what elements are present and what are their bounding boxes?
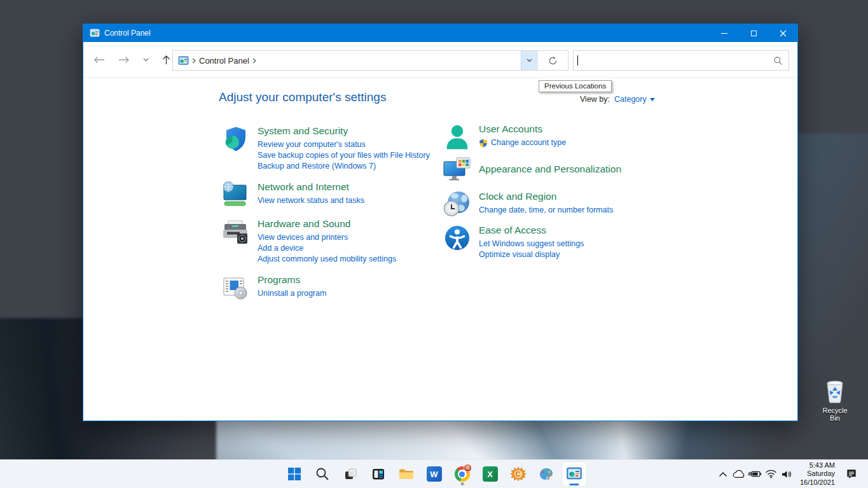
close-icon	[780, 30, 787, 37]
taskbar-search-button[interactable]	[310, 461, 335, 487]
search-box[interactable]	[573, 50, 789, 71]
search-icon[interactable]	[773, 56, 783, 66]
chevron-right-icon	[192, 58, 196, 64]
user-accounts-icon[interactable]	[443, 123, 471, 151]
search-icon	[315, 466, 330, 482]
task-link[interactable]: Let Windows suggest settings	[479, 239, 584, 249]
clock-day: Saturday	[800, 470, 835, 478]
titlebar[interactable]: Control Panel	[83, 24, 797, 42]
wifi-tray-button[interactable]	[763, 464, 779, 484]
task-link[interactable]: Adjust commonly used mobility settings	[258, 254, 396, 265]
recycle-bin-label: Recycle Bin	[816, 407, 853, 422]
category-network-and-internet: Network and Internet View network status…	[222, 181, 438, 209]
speaker-icon	[781, 470, 792, 479]
category-title-link[interactable]: Hardware and Sound	[258, 218, 351, 230]
task-link[interactable]: View devices and printers	[258, 232, 396, 243]
close-button[interactable]	[768, 24, 797, 42]
back-button[interactable]	[93, 56, 105, 64]
uac-shield-icon	[479, 139, 488, 148]
task-link[interactable]: Add a device	[258, 243, 396, 254]
category-title-link[interactable]: User Accounts	[479, 123, 542, 135]
category-ease-of-access: Ease of Access Let Windows suggest setti…	[443, 224, 723, 260]
windows-logo-icon	[287, 466, 302, 482]
previous-locations-dropdown[interactable]	[521, 51, 537, 70]
paint-icon	[539, 466, 554, 482]
xnview-button[interactable]: C	[506, 461, 531, 487]
category-title-link[interactable]: Clock and Region	[479, 191, 556, 202]
category-clock-and-region: Clock and Region Change date, time, or n…	[443, 190, 723, 218]
category-title-link[interactable]: Programs	[258, 274, 300, 286]
category-title-link[interactable]: Network and Internet	[258, 181, 349, 193]
up-button[interactable]	[162, 55, 170, 65]
control-panel-taskbar-button[interactable]	[561, 461, 587, 487]
category-title-link[interactable]: Appearance and Personalization	[479, 164, 621, 175]
task-link[interactable]: View network status and tasks	[258, 195, 364, 206]
task-link[interactable]: Change account type	[491, 137, 566, 148]
cloud-icon	[733, 470, 745, 478]
minimize-button[interactable]	[710, 24, 739, 42]
task-link[interactable]: Backup and Restore (Windows 7)	[258, 161, 430, 172]
category-system-and-security: System and Security Review your computer…	[222, 125, 438, 172]
widgets-button[interactable]	[366, 461, 391, 487]
file-explorer-button[interactable]	[394, 461, 419, 487]
task-link[interactable]: Review your computer's status	[258, 139, 430, 150]
task-link[interactable]: Save backup copies of your files with Fi…	[258, 150, 430, 161]
programs-icon[interactable]	[222, 274, 250, 302]
page-title: Adjust your computer's settings	[219, 90, 386, 104]
refresh-icon	[548, 56, 558, 66]
chrome-button[interactable]	[450, 461, 475, 487]
word-icon: W	[427, 466, 442, 482]
battery-charging-icon	[748, 470, 762, 478]
xnview-icon: C	[511, 466, 526, 482]
ease-of-access-icon[interactable]	[443, 224, 471, 252]
recycle-bin[interactable]: Recycle Bin	[816, 378, 853, 422]
battery-tray-button[interactable]	[747, 464, 763, 484]
chevron-down-icon	[527, 59, 532, 62]
categories-left-column: System and Security Review your computer…	[222, 125, 438, 310]
notification-center-button[interactable]	[841, 464, 862, 484]
maximize-button[interactable]	[739, 24, 768, 42]
taskbar-clock[interactable]: 5:43 AM Saturday 16/10/2021	[800, 461, 835, 487]
excel-button[interactable]: X	[478, 461, 503, 487]
back-arrow-icon	[93, 56, 105, 64]
minimize-icon	[721, 33, 727, 34]
previous-locations-tooltip: Previous Locations	[539, 80, 612, 92]
address-bar[interactable]: Control Panel	[172, 50, 568, 71]
forward-button[interactable]	[118, 56, 130, 64]
file-explorer-icon	[398, 466, 415, 482]
task-link[interactable]: Uninstall a program	[258, 288, 326, 299]
chevron-right-icon[interactable]	[252, 58, 256, 64]
widgets-icon	[371, 466, 386, 482]
excel-icon: X	[483, 466, 498, 482]
category-title-link[interactable]: System and Security	[258, 125, 348, 137]
excel-letter: X	[487, 470, 493, 479]
search-input[interactable]	[578, 51, 773, 70]
hardware-sound-icon[interactable]	[222, 218, 250, 246]
task-view-button[interactable]	[338, 461, 363, 487]
start-button[interactable]	[282, 461, 307, 487]
network-internet-icon[interactable]	[222, 181, 250, 209]
onedrive-tray-button[interactable]	[731, 464, 747, 484]
wifi-icon	[765, 470, 777, 478]
recent-pages-button[interactable]	[143, 58, 149, 62]
appearance-icon[interactable]	[443, 157, 471, 185]
breadcrumb-control-panel[interactable]: Control Panel	[199, 56, 249, 66]
paint-button[interactable]	[534, 461, 559, 487]
chrome-profile-avatar	[464, 464, 472, 472]
control-panel-icon	[566, 466, 582, 482]
category-user-accounts: User Accounts Change account type	[443, 123, 723, 151]
task-link[interactable]: Change date, time, or number formats	[479, 205, 613, 216]
clock-region-icon[interactable]	[443, 190, 471, 218]
task-link[interactable]: Optimize visual display	[479, 249, 584, 260]
refresh-button[interactable]	[537, 51, 568, 70]
category-title-link[interactable]: Ease of Access	[479, 225, 546, 236]
system-security-icon[interactable]	[222, 125, 250, 153]
chevron-down-icon	[143, 58, 149, 62]
view-by-label: View by:	[580, 95, 610, 104]
categories-right-column: User Accounts Change account type	[443, 123, 723, 266]
volume-tray-button[interactable]	[779, 464, 795, 484]
running-indicator	[460, 482, 464, 485]
word-button[interactable]: W	[422, 461, 447, 487]
tray-show-hidden-icons-button[interactable]	[715, 464, 731, 484]
view-by-dropdown[interactable]: Category	[614, 95, 655, 104]
